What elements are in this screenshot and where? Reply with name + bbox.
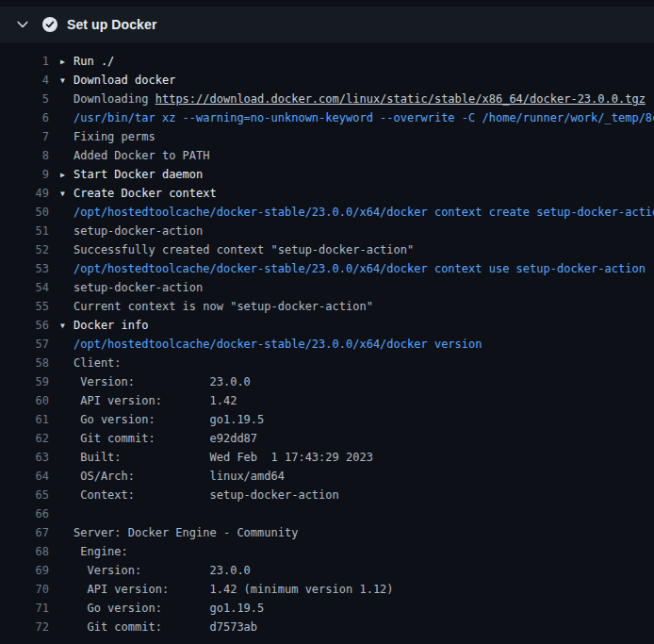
- check-circle-icon: [42, 17, 57, 32]
- log-row: 53/opt/hostedtoolcache/docker-stable/23.…: [0, 259, 654, 278]
- command-text: /usr/bin/tar xz --warning=no-unknown-key…: [49, 108, 654, 127]
- triangle-right-icon: ▶: [60, 53, 74, 71]
- log-text: Context: setup-docker-action: [49, 486, 339, 504]
- line-number[interactable]: 70: [0, 580, 49, 599]
- log-row: 57/opt/hostedtoolcache/docker-stable/23.…: [0, 335, 654, 354]
- log-text: Engine:: [49, 542, 128, 561]
- log-row: 54setup-docker-action: [0, 278, 654, 297]
- line-number[interactable]: 7: [0, 127, 49, 146]
- group-title: Run ./: [74, 55, 114, 68]
- log-row: 65 Context: setup-docker-action: [0, 486, 654, 504]
- log-text: API version: 1.42: [49, 391, 237, 410]
- line-number[interactable]: 63: [0, 448, 49, 467]
- log-row: 69 Version: 23.0.0: [0, 561, 654, 580]
- group-toggle[interactable]: ▶Run ./: [49, 52, 114, 71]
- line-number[interactable]: 68: [0, 542, 49, 561]
- log-text: Added Docker to PATH: [49, 146, 210, 165]
- log-row: 56▼Docker info: [0, 316, 654, 335]
- group-title: Start Docker daemon: [74, 168, 203, 181]
- log-row: 1▶Run ./: [0, 52, 654, 71]
- log-row: 61 Go version: go1.19.5: [0, 410, 654, 429]
- log-text: Downloading https://download.docker.com/…: [49, 90, 646, 108]
- line-number[interactable]: 6: [0, 108, 49, 127]
- group-toggle[interactable]: ▶Start Docker daemon: [49, 165, 203, 184]
- line-number[interactable]: 49: [0, 184, 49, 203]
- group-title: Create Docker context: [74, 187, 217, 200]
- log-row: 50/opt/hostedtoolcache/docker-stable/23.…: [0, 203, 654, 222]
- line-number[interactable]: 56: [0, 316, 49, 335]
- group-toggle[interactable]: ▼Docker info: [49, 316, 148, 335]
- group-toggle[interactable]: ▼Create Docker context: [49, 184, 217, 203]
- line-number[interactable]: 1: [0, 52, 49, 71]
- line-number[interactable]: 65: [0, 486, 49, 504]
- log-row: 64 OS/Arch: linux/amd64: [0, 467, 654, 486]
- log-text: Successfully created context "setup-dock…: [49, 240, 414, 259]
- log-url-link[interactable]: https://download.docker.com/linux/static…: [155, 92, 646, 106]
- log-text: Go version: go1.19.5: [49, 410, 264, 429]
- command-text: /opt/hostedtoolcache/docker-stable/23.0.…: [49, 203, 654, 222]
- log-text: OS/Arch: linux/amd64: [49, 467, 285, 486]
- chevron-down-icon[interactable]: [15, 17, 30, 32]
- line-number[interactable]: 64: [0, 467, 49, 486]
- log-text: Go version: go1.19.5: [49, 599, 264, 618]
- line-number[interactable]: 69: [0, 561, 49, 580]
- line-number[interactable]: 8: [0, 146, 49, 165]
- log-text: Version: 23.0.0: [49, 372, 251, 391]
- log-row: 8Added Docker to PATH: [0, 146, 654, 165]
- line-number[interactable]: 66: [0, 504, 49, 523]
- log-row: 7Fixing perms: [0, 127, 654, 146]
- log-row: 4▼Download docker: [0, 71, 654, 90]
- line-number[interactable]: 50: [0, 203, 49, 222]
- line-number[interactable]: 5: [0, 90, 49, 108]
- triangle-down-icon: ▼: [60, 317, 74, 335]
- log-row: 71 Go version: go1.19.5: [0, 599, 654, 618]
- line-number[interactable]: 72: [0, 618, 49, 636]
- step-title: Set up Docker: [67, 17, 156, 32]
- log-text: API version: 1.42 (minimum version 1.12): [49, 580, 394, 599]
- log-text: Git commit: e92dd87: [49, 429, 257, 448]
- log-row: 72 Git commit: d7573ab: [0, 618, 654, 636]
- log-text: Client:: [49, 354, 122, 372]
- step-header[interactable]: Set up Docker: [0, 7, 654, 42]
- line-number[interactable]: 55: [0, 297, 49, 316]
- line-number[interactable]: 67: [0, 523, 49, 542]
- log-text: Current context is now "setup-docker-act…: [49, 297, 373, 316]
- log-text: Server: Docker Engine - Community: [49, 523, 298, 542]
- line-number[interactable]: 60: [0, 391, 49, 410]
- group-title: Download docker: [74, 74, 175, 87]
- line-number[interactable]: 52: [0, 240, 49, 259]
- line-number[interactable]: 58: [0, 354, 49, 372]
- line-number[interactable]: 59: [0, 372, 49, 391]
- triangle-down-icon: ▼: [60, 185, 74, 203]
- log-row: 51setup-docker-action: [0, 222, 654, 240]
- command-text: /opt/hostedtoolcache/docker-stable/23.0.…: [49, 335, 482, 354]
- log-text: Fixing perms: [49, 127, 155, 146]
- log-area: 1▶Run ./4▼Download docker5Downloading ht…: [0, 42, 654, 636]
- log-text: Version: 23.0.0: [49, 561, 251, 580]
- line-number[interactable]: 57: [0, 335, 49, 354]
- triangle-right-icon: ▶: [60, 166, 74, 184]
- log-text: Built: Wed Feb 1 17:43:29 2023: [49, 448, 373, 467]
- log-row: 70 API version: 1.42 (minimum version 1.…: [0, 580, 654, 599]
- log-text: setup-docker-action: [49, 222, 203, 240]
- log-row: 63 Built: Wed Feb 1 17:43:29 2023: [0, 448, 654, 467]
- page-background-strip: [0, 0, 654, 7]
- log-row: 49▼Create Docker context: [0, 184, 654, 203]
- line-number[interactable]: 54: [0, 278, 49, 297]
- log-text-prefix: Downloading: [74, 92, 155, 106]
- log-row: 62 Git commit: e92dd87: [0, 429, 654, 448]
- line-number[interactable]: 51: [0, 222, 49, 240]
- log-row: 67Server: Docker Engine - Community: [0, 523, 654, 542]
- group-title: Docker info: [74, 319, 148, 332]
- log-row: 6/usr/bin/tar xz --warning=no-unknown-ke…: [0, 108, 654, 127]
- group-toggle[interactable]: ▼Download docker: [49, 71, 175, 90]
- line-number[interactable]: 9: [0, 165, 49, 184]
- line-number[interactable]: 61: [0, 410, 49, 429]
- line-number[interactable]: 62: [0, 429, 49, 448]
- line-number[interactable]: 53: [0, 259, 49, 278]
- log-text: Git commit: d7573ab: [49, 618, 257, 636]
- line-number[interactable]: 71: [0, 599, 49, 618]
- log-row: 5Downloading https://download.docker.com…: [0, 90, 654, 108]
- line-number[interactable]: 4: [0, 71, 49, 90]
- log-row: 58Client:: [0, 354, 654, 372]
